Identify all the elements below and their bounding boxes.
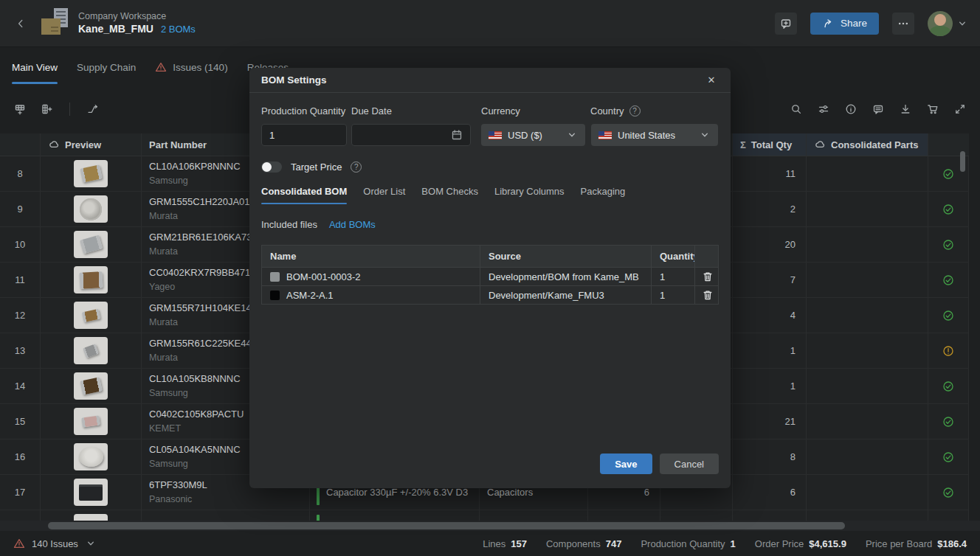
check-circle-icon — [942, 204, 954, 215]
sigma-icon: Σ — [740, 139, 746, 150]
delete-file-button[interactable] — [695, 286, 720, 304]
warning-triangle-icon — [13, 538, 25, 549]
consolidated-parts-cell — [807, 439, 928, 474]
issues-toggle[interactable]: 140 Issues — [13, 538, 97, 549]
add-row-icon[interactable] — [12, 101, 28, 117]
stat-price-per-board: Price per Board$186.4 — [866, 538, 967, 549]
add-column-icon[interactable] — [38, 101, 55, 117]
modal-tab-bom-checks[interactable]: BOM Checks — [421, 186, 478, 204]
part-thumbnail[interactable] — [74, 443, 108, 470]
part-thumbnail[interactable] — [74, 195, 108, 223]
tab-supply-chain[interactable]: Supply Chain — [77, 47, 136, 87]
modal-tab-packaging[interactable]: Packaging — [581, 186, 626, 204]
target-price-toggle[interactable] — [261, 161, 282, 173]
vertical-scrollbar[interactable] — [960, 151, 965, 172]
horizontal-scrollbar[interactable] — [48, 522, 845, 529]
tab-issues-140[interactable]: Issues (140) — [155, 47, 227, 87]
header-consolidated-parts[interactable]: Consolidated Parts — [807, 133, 928, 156]
us-flag-icon — [489, 131, 502, 139]
share-arrow-icon — [822, 18, 834, 29]
comment-icon[interactable] — [870, 101, 886, 117]
chevron-left-icon — [15, 18, 27, 29]
cart-icon[interactable] — [925, 101, 941, 117]
target-price-label: Target Price — [291, 161, 342, 173]
included-files-label: Included files — [261, 219, 317, 230]
close-icon[interactable]: ✕ — [704, 74, 719, 86]
stat-label: Components — [546, 538, 601, 549]
header-preview[interactable]: Preview — [41, 133, 142, 156]
part-thumbnail[interactable] — [74, 514, 108, 521]
modal-tab-consolidated-bom[interactable]: Consolidated BOM — [261, 186, 347, 204]
part-thumbnail[interactable] — [74, 302, 108, 329]
bom-settings-modal: BOM Settings ✕ Production Quantity Due D… — [249, 68, 731, 488]
part-thumbnail[interactable] — [74, 266, 108, 293]
calendar-icon[interactable] — [451, 129, 463, 141]
header-total-qty[interactable]: Σ Total Qty — [733, 133, 807, 156]
part-thumbnail[interactable] — [74, 337, 108, 364]
part-number: CL05A104KA5NNNC — [149, 443, 241, 457]
header-total-qty-label: Total Qty — [751, 139, 792, 150]
manufacturer: Murata — [149, 209, 178, 223]
part-cell[interactable] — [142, 510, 310, 521]
preview-cell — [41, 263, 142, 297]
bom-count-link[interactable]: 2 BOMs — [161, 23, 196, 36]
row-number — [0, 510, 41, 521]
merge-icon[interactable] — [85, 101, 101, 117]
part-image — [80, 164, 102, 182]
row-number: 16 — [0, 439, 41, 474]
description: Capacitor 330µF +/-20% 6.3V D3 — [326, 487, 468, 498]
country-label: Country ? — [590, 105, 641, 117]
part-thumbnail[interactable] — [74, 160, 108, 187]
stat-label: Price per Board — [866, 538, 932, 549]
workspace-label: Company Workspace — [78, 10, 196, 23]
part-thumbnail[interactable] — [74, 479, 108, 506]
more-options-button[interactable] — [892, 13, 914, 35]
production-quantity-value: 1 — [269, 130, 275, 141]
modal-tab-order-list[interactable]: Order List — [363, 186, 405, 204]
comment-plus-icon — [780, 18, 792, 29]
row-number: 14 — [0, 369, 41, 403]
search-icon[interactable] — [788, 101, 804, 117]
consolidated-parts-cell — [807, 192, 928, 226]
back-button[interactable] — [12, 15, 30, 32]
table-row[interactable] — [0, 510, 969, 521]
feedback-button[interactable] — [775, 13, 797, 35]
tab-main-view[interactable]: Main View — [12, 47, 58, 87]
check-circle-icon — [942, 310, 954, 322]
manufacturer: Panasonic — [149, 493, 192, 506]
cancel-button[interactable]: Cancel — [660, 454, 719, 474]
country-select[interactable]: United States — [591, 124, 718, 146]
expand-icon[interactable] — [952, 101, 968, 117]
share-button[interactable]: Share — [810, 13, 879, 35]
cloud-icon — [814, 139, 826, 150]
due-date-input[interactable] — [351, 124, 471, 146]
row-number: 13 — [0, 333, 41, 368]
user-menu[interactable] — [928, 11, 968, 36]
part-thumbnail[interactable] — [74, 372, 108, 400]
filter-sliders-icon[interactable] — [815, 101, 832, 117]
currency-select[interactable]: USD ($) — [481, 124, 585, 146]
question-icon[interactable]: ? — [629, 105, 641, 117]
download-icon[interactable] — [897, 101, 914, 117]
modal-tab-library-columns[interactable]: Library Columns — [494, 186, 565, 204]
save-button[interactable]: Save — [600, 454, 652, 474]
preview-cell — [41, 475, 142, 510]
file-row[interactable]: ASM-2-A.1Development/Kame_FMU31 — [262, 285, 718, 304]
consolidated-parts-cell — [807, 404, 928, 439]
part-thumbnail[interactable] — [74, 231, 108, 258]
consolidated-parts-cell — [807, 333, 928, 368]
production-quantity-input[interactable]: 1 — [261, 124, 347, 146]
manufacturer: Murata — [149, 351, 178, 364]
question-icon[interactable]: ? — [351, 161, 362, 173]
ellipsis-icon — [897, 18, 909, 29]
add-boms-link[interactable]: Add BOMs — [329, 219, 376, 230]
part-thumbnail[interactable] — [74, 408, 108, 435]
part-image — [79, 271, 103, 289]
stat-label: Lines — [483, 538, 505, 549]
header-consolidated-parts-label: Consolidated Parts — [831, 139, 918, 150]
info-icon[interactable] — [843, 101, 859, 117]
included-files-table: Name Source Quantity BOM-001-0003-2Devel… — [261, 245, 719, 305]
delete-file-button[interactable] — [695, 268, 720, 285]
file-row[interactable]: BOM-001-0003-2Development/BOM from Kame_… — [262, 267, 718, 285]
status-cell — [928, 333, 969, 368]
